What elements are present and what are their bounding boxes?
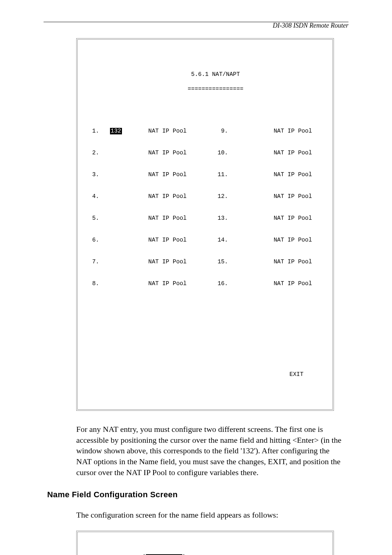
name-field[interactable] [110, 215, 148, 222]
nat-ip-pool-link[interactable]: NAT IP Pool [148, 127, 213, 135]
row-num: 5. [92, 215, 110, 222]
nat-ip-pool-link[interactable]: NAT IP Pool [274, 149, 318, 157]
body-paragraph: The configuration screen for the name fi… [76, 510, 345, 520]
row-num: 15. [213, 258, 236, 266]
nat-ip-pool-link[interactable]: NAT IP Pool [274, 236, 318, 244]
row-num: 7. [92, 258, 110, 266]
name-field[interactable]: 132 [110, 127, 148, 135]
name-field[interactable] [235, 171, 274, 178]
terminal-name-config: Name [132 ] Global Interface <ISDN L1> L… [76, 531, 334, 555]
nat-ip-pool-link[interactable]: NAT IP Pool [148, 280, 213, 287]
name-field[interactable] [110, 258, 148, 266]
row-num: 9. [213, 127, 236, 135]
nat-ip-pool-link[interactable]: NAT IP Pool [274, 171, 318, 178]
nat-ip-pool-link[interactable]: NAT IP Pool [148, 149, 213, 157]
row-num: 8. [92, 280, 110, 287]
body-paragraph: For any NAT entry, you must configure tw… [76, 424, 345, 478]
nat-ip-pool-link[interactable]: NAT IP Pool [148, 193, 213, 200]
nat-ip-pool-link[interactable]: NAT IP Pool [148, 236, 213, 244]
name-field[interactable] [110, 280, 148, 287]
name-field[interactable] [235, 280, 274, 287]
name-field[interactable] [235, 193, 274, 200]
row-num: 13. [213, 215, 236, 222]
screen-underline: ================ [188, 86, 244, 92]
table-row: 3. NAT IP Pool 11. NAT IP Pool [92, 171, 318, 178]
nat-ip-pool-link[interactable]: NAT IP Pool [148, 258, 213, 266]
name-value-selected[interactable]: 132 [110, 128, 122, 134]
name-field[interactable] [110, 171, 148, 178]
table-row: 1. 132 NAT IP Pool 9. NAT IP Pool [92, 127, 318, 135]
nat-ip-pool-link[interactable]: NAT IP Pool [148, 215, 213, 222]
name-field[interactable] [110, 149, 148, 157]
terminal-title: 5.6.1 NAT/NAPT ================ [92, 64, 318, 100]
name-field[interactable] [110, 193, 148, 200]
nat-ip-pool-link[interactable]: NAT IP Pool [274, 193, 318, 200]
nat-ip-pool-link[interactable]: NAT IP Pool [148, 171, 213, 178]
table-row: 2. NAT IP Pool 10. NAT IP Pool [92, 149, 318, 157]
row-num: 11. [213, 171, 236, 178]
row-num: 1. [92, 127, 110, 135]
table-row: 6. NAT IP Pool 14. NAT IP Pool [92, 236, 318, 244]
product-title: DI-308 ISDN Remote Router [273, 22, 348, 29]
section-heading: Name Field Configuration Screen [47, 490, 348, 499]
terminal-nat-list: 5.6.1 NAT/NAPT ================ 1. 132 N… [76, 38, 334, 411]
nat-ip-pool-link[interactable]: NAT IP Pool [274, 215, 318, 222]
nat-ip-pool-link[interactable]: NAT IP Pool [274, 280, 318, 287]
row-num: 3. [92, 171, 110, 178]
table-row: 4. NAT IP Pool 12. NAT IP Pool [92, 193, 318, 200]
table-row: 5. NAT IP Pool 13. NAT IP Pool [92, 215, 318, 222]
name-field[interactable] [235, 236, 274, 244]
table-row: 8. NAT IP Pool 16. NAT IP Pool [92, 280, 318, 287]
row-num: 16. [213, 280, 236, 287]
name-field[interactable] [110, 236, 148, 244]
name-field[interactable] [235, 149, 274, 157]
nat-ip-pool-link[interactable]: NAT IP Pool [274, 258, 318, 266]
row-num: 4. [92, 193, 110, 200]
page-header: DI-308 ISDN Remote Router [44, 22, 348, 22]
row-num: 14. [213, 236, 236, 244]
exit-button[interactable]: EXIT [92, 371, 318, 378]
row-num: 10. [213, 149, 236, 157]
table-row: 7. NAT IP Pool 15. NAT IP Pool [92, 258, 318, 266]
name-field[interactable] [235, 127, 274, 135]
row-num: 2. [92, 149, 110, 157]
row-num: 6. [92, 236, 110, 244]
screen-title: 5.6.1 NAT/NAPT [191, 71, 240, 78]
name-field[interactable] [235, 215, 274, 222]
row-num: 12. [213, 193, 236, 200]
name-field[interactable] [235, 258, 274, 266]
nat-ip-pool-link[interactable]: NAT IP Pool [274, 127, 318, 135]
